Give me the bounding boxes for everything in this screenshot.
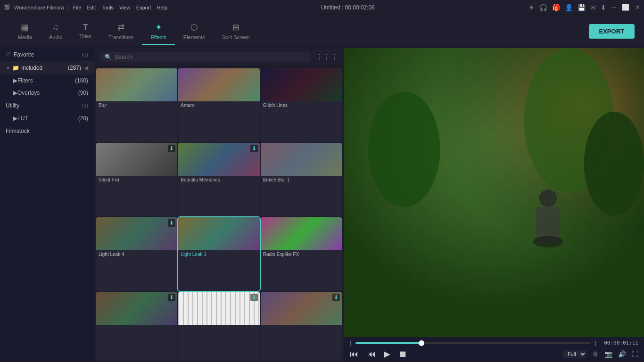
filters-label: Filters — [17, 77, 75, 84]
search-box[interactable]: 🔍 — [100, 52, 311, 62]
menu-view[interactable]: View — [119, 5, 131, 10]
sun-icon[interactable]: ☀ — [528, 4, 535, 11]
row4a-download-icon: ⬇ — [168, 294, 175, 301]
menu-tools[interactable]: Tools — [101, 5, 114, 10]
menu-edit[interactable]: Edit — [87, 5, 96, 10]
effect-lightleak1[interactable]: Light Leak 1 — [178, 217, 259, 291]
download-icon[interactable]: ⬇ — [601, 4, 606, 11]
preview-display-icon[interactable]: 🖥 — [592, 350, 599, 358]
progress-bar[interactable] — [355, 342, 591, 344]
close-button[interactable]: ✕ — [635, 4, 640, 11]
toolbar-splitscreen[interactable]: ⊞ Split Screen — [214, 18, 258, 45]
effect-blur[interactable]: Blur — [96, 68, 177, 142]
save-icon[interactable]: 💾 — [578, 4, 586, 11]
bracket-left: { — [350, 340, 352, 346]
toolbar-effects[interactable]: ✦ Effects — [142, 18, 174, 45]
favorite-icon: ♡ — [6, 51, 11, 58]
effect-bokeh[interactable]: Bokeh Blur 1 — [261, 143, 342, 216]
menu-file[interactable]: File — [73, 5, 82, 10]
bracket-right: } — [594, 340, 596, 346]
elements-label: Elements — [183, 34, 205, 40]
rewind-button[interactable]: ⏮ — [350, 349, 358, 359]
overlays-label: Overlays — [17, 90, 78, 96]
export-button[interactable]: EXPORT — [589, 24, 635, 39]
titlebar-action-icons: ☀ 🎧 🎁 👤 💾 ✉ ⬇ — [528, 4, 606, 11]
svg-point-5 — [539, 189, 557, 207]
effect-amaro[interactable]: Amaro — [178, 68, 259, 142]
main-toolbar: ▦ Media ♫ Audio T Titles ⇄ Transitions ✦… — [0, 15, 644, 48]
progress-handle[interactable] — [419, 340, 424, 346]
quality-select[interactable]: Full 1/2 1/4 — [563, 350, 586, 358]
grid-view-icon[interactable]: ⋮⋮⋮ — [315, 53, 338, 62]
row4b-download-icon: ⬇ — [250, 294, 258, 301]
gift-icon[interactable]: 🎁 — [552, 4, 560, 11]
silent-download-icon: ⬇ — [168, 145, 175, 152]
sidebar-item-utility[interactable]: Utility (9) — [0, 99, 94, 112]
toolbar-audio[interactable]: ♫ Audio — [41, 18, 71, 44]
toolbar-transitions[interactable]: ⇄ Transitions — [100, 18, 142, 45]
sidebar-item-lut[interactable]: ▶ LUT (28) — [0, 112, 94, 124]
screenshot-icon[interactable]: 📷 — [604, 350, 612, 358]
toolbar-elements[interactable]: ⬡ Elements — [175, 18, 214, 45]
app-name: Wondershare Filmora — [14, 5, 64, 10]
menu-export[interactable]: Export — [136, 5, 151, 10]
play-button[interactable]: ▶ — [384, 349, 390, 359]
effect-silent[interactable]: ⬇ Silent Film — [96, 143, 177, 216]
effect-glitch[interactable]: Glitch Lines — [261, 68, 342, 142]
search-icon: 🔍 — [105, 54, 112, 60]
user-icon[interactable]: 👤 — [565, 4, 573, 11]
filmstock-label: Filmstock — [6, 128, 30, 134]
fullscreen-icon[interactable]: ⛶ — [632, 350, 638, 358]
effect-memories-thumb: ⬇ — [178, 143, 259, 176]
audio-icon: ♫ — [52, 22, 59, 32]
effects-icon: ✦ — [155, 22, 162, 33]
effect-silent-label: Silent Film — [96, 176, 177, 184]
toolbar-titles[interactable]: T Titles — [71, 19, 100, 44]
toolbar-media[interactable]: ▦ Media — [9, 18, 41, 45]
effect-row4c[interactable]: ⬇ — [261, 292, 342, 360]
headphone-icon[interactable]: 🎧 — [539, 4, 547, 11]
media-label: Media — [18, 34, 32, 40]
maximize-button[interactable]: ⬜ — [622, 4, 629, 11]
sidebar-item-favorite[interactable]: ♡ Favorite (0) — [0, 48, 94, 61]
menu-help[interactable]: Help — [157, 5, 168, 10]
sidebar-item-overlays[interactable]: ▶ Overlays (90) — [0, 87, 94, 99]
progress-fill — [355, 342, 421, 344]
svg-point-4 — [584, 112, 644, 216]
step-back-button[interactable]: ⏭ — [367, 349, 375, 359]
window-title: Untitled : 00:00:02:06 — [321, 4, 375, 11]
effect-row4a[interactable]: ⬇ — [96, 292, 177, 360]
titlebar-left: 🎬 Wondershare Filmora | File Edit Tools … — [4, 4, 167, 11]
effect-memories[interactable]: ⬇ Beautifu Memories — [178, 143, 259, 216]
effect-row4b[interactable]: ⬇ — [178, 292, 259, 360]
progress-bar-container: { } 00:00:01:11 — [350, 340, 638, 346]
mail-icon[interactable]: ✉ — [590, 4, 596, 11]
splitscreen-label: Split Screen — [222, 34, 250, 40]
row4c-download-icon: ⬇ — [332, 294, 340, 301]
effect-lightleak1-label: Light Leak 1 — [178, 250, 259, 259]
sidebar-item-included[interactable]: ▼ 📁 Included (287) ◀ — [0, 61, 94, 74]
stop-button[interactable]: ⏹ — [399, 349, 407, 359]
favorite-label: Favorite — [14, 51, 82, 58]
effect-row4c-thumb: ⬇ — [261, 292, 342, 325]
preview-controls: { } 00:00:01:11 ⏮ ⏭ ▶ ⏹ Full — [344, 337, 644, 362]
minimize-button[interactable]: ─ — [612, 4, 616, 11]
effect-row4a-thumb: ⬇ — [96, 292, 177, 325]
elements-icon: ⬡ — [190, 22, 198, 33]
utility-count: (9) — [82, 103, 88, 108]
sidebar-item-filmstock[interactable]: Filmstock — [0, 124, 94, 138]
menu-bar: File Edit Tools View Export Help — [73, 5, 167, 10]
lut-count: (28) — [78, 115, 88, 122]
media-icon: ▦ — [21, 22, 29, 33]
search-input[interactable] — [115, 54, 306, 60]
effect-lightleak4-thumb: ⬇ — [96, 217, 177, 250]
effect-lightleak4[interactable]: ⬇ Light Leak 4 — [96, 217, 177, 291]
effect-blur-label: Blur — [96, 101, 177, 110]
included-count: (287) — [68, 65, 81, 71]
memories-download-icon: ⬇ — [250, 145, 258, 152]
filters-count: (160) — [75, 77, 88, 84]
sidebar-item-filters[interactable]: ▶ Filters (160) — [0, 74, 94, 87]
volume-icon[interactable]: 🔊 — [618, 350, 626, 358]
titlebar-right: ☀ 🎧 🎁 👤 💾 ✉ ⬇ ─ ⬜ ✕ — [528, 4, 640, 11]
effect-radio[interactable]: Radio Explike FX — [261, 217, 342, 291]
